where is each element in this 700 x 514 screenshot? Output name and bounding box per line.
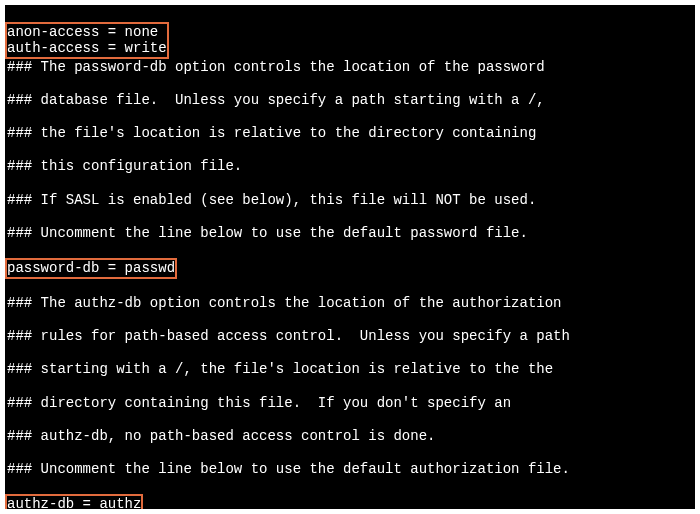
config-line-auth-access: auth-access = write — [7, 40, 167, 57]
comment-line: ### this configuration file. — [7, 158, 693, 175]
config-line-anon-access: anon-access = none — [7, 24, 167, 41]
comment-line: ### database file. Unless you specify a … — [7, 92, 693, 109]
config-line-authz-db: authz-db = authz — [7, 496, 141, 509]
comment-line: ### Uncomment the line below to use the … — [7, 225, 693, 242]
highlight-password-db: password-db = passwd — [5, 258, 177, 279]
comment-line: ### the file's location is relative to t… — [7, 125, 693, 142]
terminal-window: anon-access = noneauth-access = write ##… — [5, 5, 695, 509]
comment-line: ### starting with a /, the file's locati… — [7, 361, 693, 378]
comment-line: ### rules for path-based access control.… — [7, 328, 693, 345]
comment-line: ### The authz-db option controls the loc… — [7, 295, 693, 312]
comment-line: ### authz-db, no path-based access contr… — [7, 428, 693, 445]
comment-line: ### directory containing this file. If y… — [7, 395, 693, 412]
comment-line: ### Uncomment the line below to use the … — [7, 461, 693, 478]
config-line-password-db: password-db = passwd — [7, 260, 175, 276]
comment-line: ### The password-db option controls the … — [7, 59, 693, 76]
highlight-anon-auth-access: anon-access = noneauth-access = write — [5, 22, 169, 59]
comment-line: ### If SASL is enabled (see below), this… — [7, 192, 693, 209]
highlight-authz-db: authz-db = authz — [5, 494, 143, 509]
